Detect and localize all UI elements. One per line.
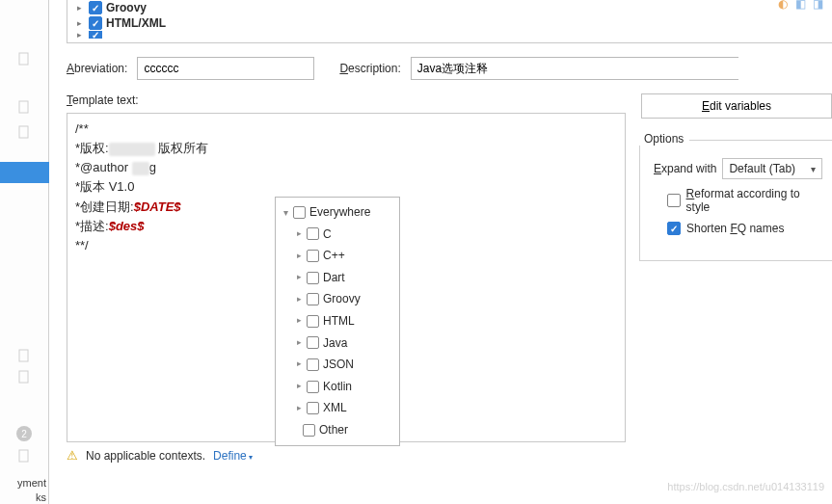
chevron-right-icon: ▸ <box>77 4 85 12</box>
svg-rect-1 <box>19 101 28 113</box>
sidebar-text: ks <box>0 491 48 504</box>
sidebar-file-icon <box>16 52 32 66</box>
context-item[interactable]: ▸ C++ <box>282 245 393 267</box>
svg-rect-5 <box>19 450 28 462</box>
description-label: Description: <box>339 62 400 75</box>
context-item[interactable]: ▸ Dart <box>282 267 393 289</box>
description-input[interactable] <box>411 57 738 80</box>
checkbox-unchecked[interactable] <box>307 293 319 305</box>
svg-rect-3 <box>19 350 28 361</box>
checkbox-unchecked[interactable] <box>307 358 319 371</box>
chevron-right-icon: ▸ <box>295 293 303 306</box>
context-item[interactable]: ▸ Kotlin <box>282 376 393 398</box>
checkbox-checked[interactable] <box>89 31 102 39</box>
chevron-right-icon: ▸ <box>77 19 85 27</box>
chevron-right-icon: ▸ <box>295 314 303 328</box>
chevron-down-icon: ▾ <box>282 205 289 221</box>
sidebar-file-icon <box>16 125 32 139</box>
svg-rect-4 <box>19 371 28 383</box>
context-popup: ▾ Everywhere ▸ C ▸ C++ <box>275 197 400 446</box>
checkbox-unchecked[interactable] <box>307 315 319 328</box>
checkbox-unchecked[interactable] <box>307 250 319 262</box>
toolbar-icon[interactable]: ◨ <box>813 0 826 11</box>
form-row: Abreviation: Description: <box>67 57 832 80</box>
chevron-right-icon: ▸ <box>295 227 303 241</box>
template-text-label: Template text: <box>67 93 626 107</box>
sidebar-file-icon <box>16 449 32 463</box>
context-item[interactable]: ▸ Java <box>282 332 393 355</box>
chevron-right-icon: ▸ <box>295 271 303 284</box>
warning-icon: ⚠ <box>67 448 78 463</box>
context-item[interactable]: ▸ HTML <box>282 310 393 332</box>
checkbox-unchecked[interactable] <box>307 227 319 240</box>
checkbox-checked[interactable] <box>89 1 102 14</box>
checkbox-checked[interactable] <box>667 222 681 235</box>
chevron-right-icon: ▸ <box>295 250 303 263</box>
no-context-text: No applicable contexts. <box>86 449 205 463</box>
svg-rect-2 <box>19 126 28 138</box>
edit-variables-button[interactable]: Edit variables <box>641 93 832 119</box>
checkbox-unchecked[interactable] <box>307 402 319 414</box>
context-item[interactable]: ▸ XML <box>282 397 393 419</box>
context-footer: ⚠ No applicable contexts. Define▾ <box>67 448 626 463</box>
sidebar-selection[interactable] <box>0 162 49 183</box>
checkbox-checked[interactable] <box>89 16 102 30</box>
checkbox-unchecked[interactable] <box>307 336 319 349</box>
chevron-right-icon: ▸ <box>295 336 303 350</box>
main-panel: ◐ ◧ ◨ ▸ Groovy ▸ HTML/XML ▸ Abreviation: <box>49 0 832 504</box>
shorten-fq-row[interactable]: Shorten FQ names <box>654 222 822 235</box>
template-text-area[interactable]: /** *版权: 版权所有 *@author g *版本 V1.0 *创建日期:… <box>67 113 626 442</box>
tree-item-groovy[interactable]: ▸ Groovy <box>77 0 832 15</box>
redacted-text <box>132 162 149 175</box>
toolbar-icon[interactable]: ◐ <box>778 0 792 11</box>
redacted-text <box>109 143 155 156</box>
sidebar-file-icon <box>16 349 32 362</box>
checkbox-unchecked[interactable] <box>307 272 319 284</box>
template-group-tree: ◐ ◧ ◨ ▸ Groovy ▸ HTML/XML ▸ <box>67 0 832 43</box>
options-title: Options <box>638 132 689 146</box>
context-item[interactable]: ▸ C <box>282 224 393 246</box>
sidebar-file-icon <box>16 370 32 384</box>
checkbox-unchecked[interactable] <box>307 381 319 393</box>
checkbox-unchecked[interactable] <box>303 424 315 437</box>
expand-with-select[interactable]: Default (Tab) <box>722 158 822 179</box>
chevron-right-icon: ▸ <box>295 402 303 415</box>
tree-item-more[interactable]: ▸ <box>77 31 832 39</box>
tree-item-htmlxml[interactable]: ▸ HTML/XML <box>77 15 832 31</box>
context-item[interactable]: ▸ JSON <box>282 354 393 376</box>
abbreviation-input[interactable] <box>137 57 314 80</box>
abbreviation-label: Abreviation: <box>67 62 127 75</box>
watermark: https://blog.csdn.net/u014133119 <box>667 481 824 492</box>
svg-rect-0 <box>19 53 28 65</box>
options-group: Options Expand with Default (Tab) Reform… <box>639 140 832 261</box>
checkbox-unchecked[interactable] <box>667 194 681 207</box>
define-link[interactable]: Define▾ <box>213 449 253 463</box>
sidebar-badge[interactable]: 2 <box>16 426 32 441</box>
checkbox-unchecked[interactable] <box>293 206 306 219</box>
context-item[interactable]: Other <box>282 419 393 441</box>
context-item[interactable]: ▸ Groovy <box>282 288 393 310</box>
expand-with-row: Expand with Default (Tab) <box>654 158 822 179</box>
sidebar-text: yment <box>0 476 48 490</box>
chevron-right-icon: ▸ <box>295 358 303 371</box>
chevron-right-icon: ▸ <box>295 380 303 393</box>
left-sidebar: 2 yment ks <box>0 0 49 504</box>
toolbar-icon[interactable]: ◧ <box>795 0 809 11</box>
chevron-right-icon: ▸ <box>77 31 85 39</box>
reformat-row[interactable]: Reformat according to style <box>654 187 822 214</box>
sidebar-file-icon <box>16 100 32 114</box>
context-item-everywhere[interactable]: ▾ Everywhere <box>282 201 393 224</box>
